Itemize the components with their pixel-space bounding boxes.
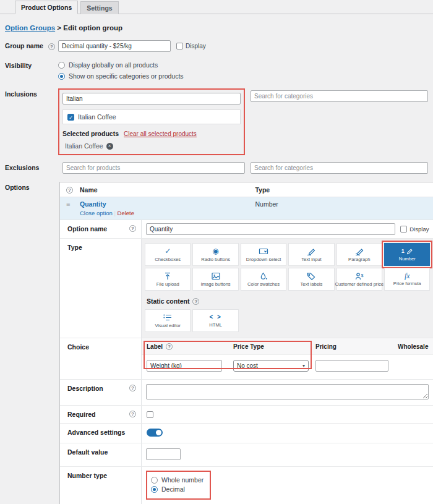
image-buttons-icon: [211, 272, 221, 280]
type-tile-price-formula[interactable]: fx Price formula: [384, 268, 430, 291]
visibility-option-global[interactable]: Display globally on all products: [58, 61, 184, 69]
clear-selected-products-link[interactable]: Clear all selected products: [124, 130, 197, 137]
svg-text:$: $: [361, 273, 363, 277]
breadcrumb-option-groups-link[interactable]: Option Groups: [5, 24, 55, 32]
static-tile-visual-editor[interactable]: Visual editor: [145, 309, 191, 332]
selected-products-label: Selected products: [62, 130, 119, 137]
inclusions-product-search-input[interactable]: [62, 93, 241, 105]
exclusions-label: Exclusions: [5, 162, 48, 171]
options-label: Options: [5, 182, 48, 191]
help-icon[interactable]: ?: [66, 187, 73, 194]
result-product-name: Italian Coffee: [78, 113, 116, 121]
inclusions-row: Inclusions ✓ Italian Coffee Selected pro…: [0, 88, 433, 155]
radio-decimal[interactable]: [151, 486, 158, 493]
remove-product-icon[interactable]: ×: [106, 143, 113, 150]
page-title: Edit option group: [63, 24, 122, 32]
type-tile-color-swatches[interactable]: Color swatches: [241, 268, 286, 291]
drag-handle-icon[interactable]: ≡: [66, 200, 80, 208]
static-content-label: Static content: [147, 297, 189, 305]
options-row: Options ? Name Type ≡ Quantity Close opt…: [0, 182, 433, 504]
type-column-header: Type: [255, 186, 427, 194]
advanced-settings-row: Advanced settings: [60, 424, 433, 443]
number-type-option-decimal[interactable]: Decimal: [151, 485, 204, 493]
description-textarea[interactable]: [146, 384, 429, 399]
type-tile-file-upload[interactable]: File upload: [145, 268, 191, 291]
result-checkbox-checked[interactable]: ✓: [67, 114, 74, 121]
tab-product-options[interactable]: Product Options: [15, 1, 78, 14]
option-display-label: Display: [409, 226, 429, 233]
inclusions-category-search-input[interactable]: [251, 90, 428, 102]
type-tile-text-input[interactable]: Text input: [288, 243, 334, 266]
type-tile-paragraph[interactable]: Paragraph: [337, 243, 382, 266]
checkboxes-icon: ✓: [165, 247, 171, 255]
help-icon[interactable]: ?: [129, 411, 136, 417]
help-icon[interactable]: ?: [129, 225, 136, 232]
dropdown-select-icon: [259, 247, 268, 255]
radio-specific[interactable]: [58, 73, 65, 80]
paragraph-icon: [354, 247, 364, 255]
text-input-icon: [306, 247, 316, 255]
radio-global[interactable]: [58, 62, 65, 69]
quantity-option-link[interactable]: Quantity: [80, 200, 106, 208]
choice-table-header: Label ? Price Type Pricing Wholesale: [142, 338, 433, 355]
product-search-result[interactable]: ✓ Italian Coffee: [62, 109, 241, 124]
number-type-label: Number type: [67, 472, 107, 479]
exclusions-row: Exclusions: [0, 162, 433, 174]
tab-bar: Product Options Settings: [0, 0, 433, 14]
tab-settings[interactable]: Settings: [80, 1, 118, 14]
radio-whole-number[interactable]: [151, 477, 158, 484]
group-display-checkbox[interactable]: [176, 43, 183, 49]
options-card: ? Name Type ≡ Quantity Close option | De…: [59, 182, 433, 504]
type-label: Type: [67, 244, 82, 251]
type-tile-customer-defined-price[interactable]: $ Customer defined price: [337, 268, 382, 291]
option-display-checkbox[interactable]: [400, 226, 407, 233]
type-tile-text-labels[interactable]: Text labels: [288, 268, 334, 291]
visibility-option-specific[interactable]: Show on specific categories or products: [58, 72, 184, 80]
type-tiles-grid: ✓ Checkboxes ◉ Radio buttons Dropdown se…: [145, 243, 430, 291]
number-icon: 1: [401, 247, 413, 255]
description-label: Description: [67, 385, 103, 392]
text-labels-icon: [306, 272, 316, 280]
group-name-input[interactable]: [58, 40, 171, 52]
visibility-label: Visibility: [5, 60, 48, 69]
choice-label-input[interactable]: [147, 360, 222, 372]
customer-defined-price-icon: $: [354, 272, 364, 280]
breadcrumb-separator: >: [57, 24, 61, 32]
exclusions-category-search-input[interactable]: [251, 162, 428, 174]
file-upload-icon: [163, 272, 173, 280]
advanced-settings-toggle-on[interactable]: [147, 429, 163, 437]
html-icon: < >: [209, 314, 221, 321]
option-name-label: Option name: [67, 225, 107, 233]
price-formula-icon: fx: [405, 272, 410, 280]
type-tile-number[interactable]: 1 Number: [384, 243, 430, 266]
group-display-wrap: Display: [176, 40, 206, 49]
inclusions-annotated-area: ✓ Italian Coffee Selected products Clear…: [58, 88, 245, 155]
breadcrumb: Option Groups > Edit option group: [5, 24, 428, 32]
description-row: Description ?: [60, 380, 433, 406]
quantity-option-type: Number: [255, 200, 427, 208]
default-value-input[interactable]: [146, 448, 181, 460]
help-icon[interactable]: ?: [166, 343, 173, 350]
option-row-quantity[interactable]: ≡ Quantity Close option | Delete Number: [60, 197, 433, 220]
delete-option-link[interactable]: Delete: [118, 210, 134, 216]
type-tile-checkboxes[interactable]: ✓ Checkboxes: [145, 243, 191, 266]
number-type-option-whole[interactable]: Whole number: [151, 476, 204, 484]
choice-label: Choice: [67, 343, 89, 351]
help-icon[interactable]: ?: [48, 43, 55, 50]
type-tile-radio-buttons[interactable]: ◉ Radio buttons: [192, 243, 238, 266]
option-name-input[interactable]: [146, 223, 395, 235]
help-icon[interactable]: ?: [192, 298, 199, 305]
choice-pricing-input[interactable]: [315, 360, 388, 372]
number-type-annotated-area: Whole number Decimal: [146, 471, 211, 500]
static-tile-html[interactable]: < > HTML: [192, 309, 238, 332]
type-tile-dropdown-select[interactable]: Dropdown select: [241, 243, 286, 266]
type-tile-image-buttons[interactable]: Image buttons: [192, 268, 238, 291]
price-type-select[interactable]: No cost ▾: [233, 360, 309, 372]
close-option-link[interactable]: Close option: [80, 210, 113, 216]
required-checkbox[interactable]: [147, 411, 153, 418]
name-column-header: Name: [80, 186, 255, 194]
option-editor: Option name ? Display Type ✓: [60, 220, 433, 504]
exclusions-product-search-input[interactable]: [62, 162, 245, 174]
help-icon[interactable]: ?: [129, 385, 136, 391]
default-value-label: Default value: [67, 448, 108, 456]
